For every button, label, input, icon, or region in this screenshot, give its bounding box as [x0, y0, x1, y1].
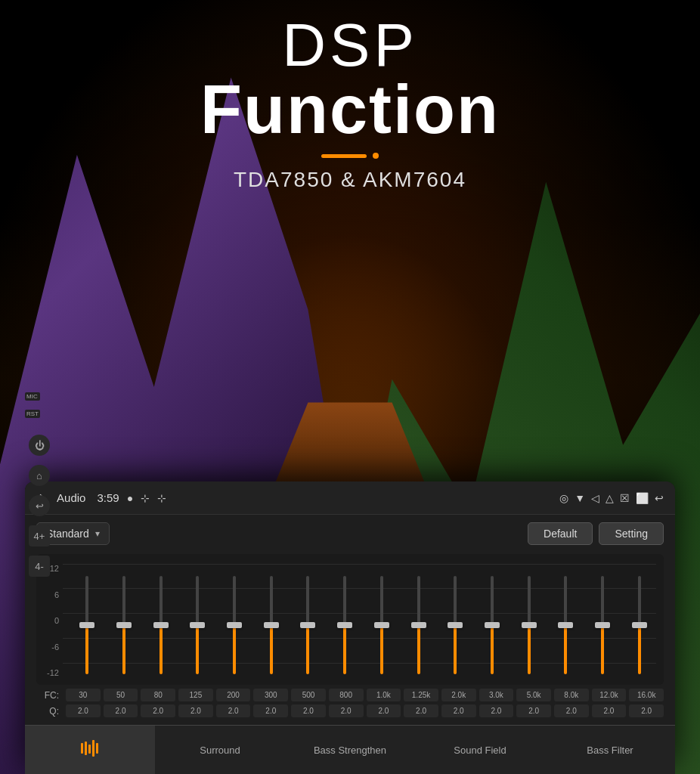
slider-rail-15[interactable]: [638, 576, 641, 674]
slider-12[interactable]: [512, 569, 546, 681]
vol-dn-button[interactable]: 4-: [29, 556, 50, 577]
slider-4[interactable]: [218, 569, 252, 681]
slider-rail-1[interactable]: [122, 576, 125, 674]
slider-14[interactable]: [586, 569, 620, 681]
q-cell-1[interactable]: 2.0: [104, 704, 138, 717]
deco-dot: [373, 153, 379, 159]
fc-cell-0[interactable]: 30: [66, 689, 101, 701]
slider-5[interactable]: [254, 569, 288, 681]
slider-3[interactable]: [181, 569, 215, 681]
slider-6[interactable]: [291, 569, 325, 681]
tab-bass-filter[interactable]: Bass Filter: [545, 726, 675, 774]
setting-button[interactable]: Setting: [599, 522, 664, 545]
q-cell-0[interactable]: 2.0: [66, 704, 101, 717]
slider-rail-2[interactable]: [160, 576, 163, 674]
fc-cell-10[interactable]: 2.0k: [441, 689, 476, 701]
status-icon-window[interactable]: ⬜: [636, 492, 649, 504]
slider-1[interactable]: [107, 569, 141, 681]
q-cell-8[interactable]: 2.0: [367, 704, 401, 717]
q-cell-2[interactable]: 2.0: [141, 704, 175, 717]
vol-up-button[interactable]: 4+: [29, 525, 50, 546]
slider-rail-10[interactable]: [454, 576, 457, 674]
fc-cell-3[interactable]: 125: [178, 689, 213, 701]
fc-cell-9[interactable]: 1.25k: [404, 689, 438, 701]
slider-rail-0[interactable]: [85, 576, 88, 674]
q-cell-6[interactable]: 2.0: [291, 704, 326, 717]
slider-handle-13[interactable]: [558, 622, 573, 628]
status-icon-close[interactable]: ☒: [620, 492, 630, 504]
q-cell-4[interactable]: 2.0: [216, 704, 251, 717]
q-cell-11[interactable]: 2.0: [479, 704, 514, 717]
fc-cell-12[interactable]: 5.0k: [516, 689, 551, 701]
slider-handle-4[interactable]: [227, 622, 242, 628]
fc-cell-13[interactable]: 8.0k: [554, 689, 589, 701]
slider-rail-4[interactable]: [233, 576, 236, 674]
slider-handle-5[interactable]: [264, 622, 279, 628]
slider-rail-9[interactable]: [417, 576, 420, 674]
q-cell-12[interactable]: 2.0: [516, 704, 551, 717]
tab-equalizer[interactable]: [25, 726, 155, 774]
tab-surround[interactable]: Surround: [155, 726, 285, 774]
back-side-button[interactable]: ↩: [29, 495, 50, 516]
slider-handle-11[interactable]: [485, 622, 500, 628]
slider-handle-1[interactable]: [116, 622, 132, 628]
status-icon-back[interactable]: ↩: [655, 492, 664, 504]
slider-2[interactable]: [144, 569, 178, 681]
q-cell-15[interactable]: 2.0: [629, 704, 664, 717]
fc-cell-5[interactable]: 300: [253, 689, 288, 701]
slider-7[interactable]: [328, 569, 362, 681]
tab-bass-strengthen[interactable]: Bass Strengthen: [285, 726, 415, 774]
q-cell-7[interactable]: 2.0: [329, 704, 364, 717]
slider-15[interactable]: [622, 569, 656, 681]
slider-rail-8[interactable]: [380, 576, 383, 674]
fc-cell-8[interactable]: 1.0k: [367, 689, 401, 701]
home-side-button[interactable]: ⌂: [29, 465, 50, 486]
q-cell-10[interactable]: 2.0: [441, 704, 476, 717]
slider-rail-6[interactable]: [306, 576, 309, 674]
q-cell-3[interactable]: 2.0: [178, 704, 213, 717]
slider-0[interactable]: [70, 569, 104, 681]
slider-handle-9[interactable]: [411, 622, 426, 628]
slider-rail-5[interactable]: [270, 576, 273, 674]
default-button[interactable]: Default: [528, 522, 593, 545]
slider-rail-12[interactable]: [528, 576, 531, 674]
fc-cell-4[interactable]: 200: [216, 689, 251, 701]
tab-sound-field[interactable]: Sound Field: [415, 726, 545, 774]
title-function: Function: [0, 76, 700, 144]
slider-rail-3[interactable]: [196, 576, 199, 674]
q-cell-5[interactable]: 2.0: [253, 704, 288, 717]
fc-cell-6[interactable]: 500: [291, 689, 326, 701]
q-cell-14[interactable]: 2.0: [592, 704, 627, 717]
slider-handle-7[interactable]: [337, 622, 352, 628]
q-cell-9[interactable]: 2.0: [404, 704, 438, 717]
status-icon-eject[interactable]: △: [606, 492, 614, 504]
slider-handle-12[interactable]: [522, 622, 537, 628]
slider-handle-15[interactable]: [632, 622, 647, 628]
slider-handle-8[interactable]: [374, 622, 389, 628]
slider-10[interactable]: [438, 569, 472, 681]
slider-rail-7[interactable]: [343, 576, 346, 674]
slider-handle-3[interactable]: [190, 622, 205, 628]
slider-handle-6[interactable]: [300, 622, 315, 628]
fc-cell-14[interactable]: 12.0k: [592, 689, 627, 701]
fc-cell-2[interactable]: 80: [141, 689, 175, 701]
fc-cell-7[interactable]: 800: [329, 689, 364, 701]
slider-rail-11[interactable]: [491, 576, 494, 674]
slider-handle-0[interactable]: [79, 622, 94, 628]
status-icon-volume[interactable]: ◁: [591, 492, 599, 504]
slider-rail-14[interactable]: [601, 576, 604, 674]
slider-rail-13[interactable]: [564, 576, 567, 674]
slider-handle-10[interactable]: [448, 622, 463, 628]
slider-handle-2[interactable]: [153, 622, 169, 628]
slider-handle-14[interactable]: [595, 622, 610, 628]
q-cell-13[interactable]: 2.0: [554, 704, 589, 717]
title-area: DSP Function TDA7850 & AKM7604: [0, 15, 700, 192]
fc-cell-1[interactable]: 50: [104, 689, 138, 701]
fc-cell-15[interactable]: 16.0k: [629, 689, 664, 701]
slider-13[interactable]: [549, 569, 583, 681]
fc-cell-11[interactable]: 3.0k: [479, 689, 514, 701]
slider-11[interactable]: [475, 569, 510, 681]
power-button[interactable]: ⏻: [29, 435, 50, 456]
slider-9[interactable]: [401, 569, 435, 681]
slider-8[interactable]: [365, 569, 399, 681]
